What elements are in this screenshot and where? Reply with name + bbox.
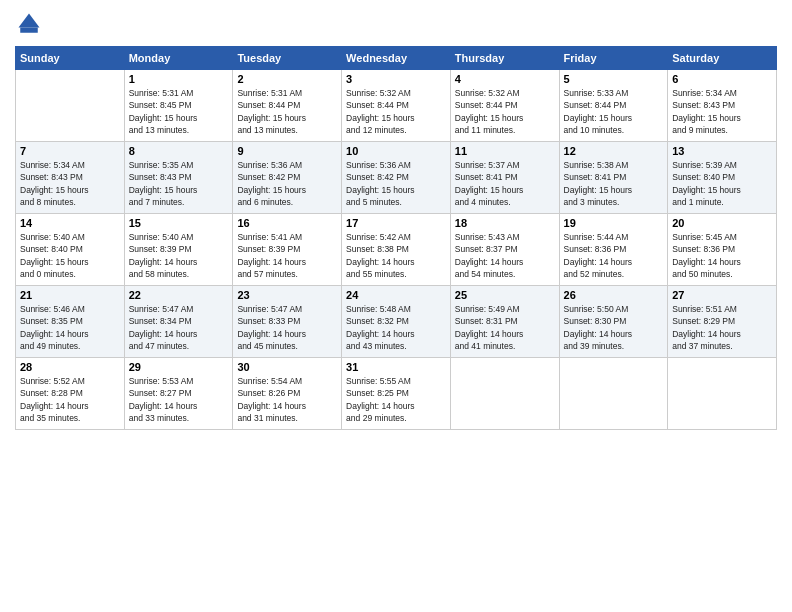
day-info: Sunrise: 5:38 AM Sunset: 8:41 PM Dayligh… — [564, 159, 664, 208]
svg-rect-1 — [20, 28, 38, 33]
calendar-cell: 11Sunrise: 5:37 AM Sunset: 8:41 PM Dayli… — [450, 142, 559, 214]
day-info: Sunrise: 5:40 AM Sunset: 8:39 PM Dayligh… — [129, 231, 229, 280]
day-info: Sunrise: 5:44 AM Sunset: 8:36 PM Dayligh… — [564, 231, 664, 280]
calendar-cell — [16, 70, 125, 142]
day-number: 13 — [672, 145, 772, 157]
calendar-cell: 28Sunrise: 5:52 AM Sunset: 8:28 PM Dayli… — [16, 358, 125, 430]
calendar-cell: 24Sunrise: 5:48 AM Sunset: 8:32 PM Dayli… — [342, 286, 451, 358]
day-info: Sunrise: 5:55 AM Sunset: 8:25 PM Dayligh… — [346, 375, 446, 424]
day-info: Sunrise: 5:52 AM Sunset: 8:28 PM Dayligh… — [20, 375, 120, 424]
day-number: 23 — [237, 289, 337, 301]
day-number: 28 — [20, 361, 120, 373]
calendar-header-row: SundayMondayTuesdayWednesdayThursdayFrid… — [16, 47, 777, 70]
day-info: Sunrise: 5:48 AM Sunset: 8:32 PM Dayligh… — [346, 303, 446, 352]
calendar-cell: 22Sunrise: 5:47 AM Sunset: 8:34 PM Dayli… — [124, 286, 233, 358]
day-info: Sunrise: 5:33 AM Sunset: 8:44 PM Dayligh… — [564, 87, 664, 136]
calendar-cell: 1Sunrise: 5:31 AM Sunset: 8:45 PM Daylig… — [124, 70, 233, 142]
calendar-week-row: 14Sunrise: 5:40 AM Sunset: 8:40 PM Dayli… — [16, 214, 777, 286]
day-number: 9 — [237, 145, 337, 157]
day-info: Sunrise: 5:37 AM Sunset: 8:41 PM Dayligh… — [455, 159, 555, 208]
day-number: 21 — [20, 289, 120, 301]
day-number: 10 — [346, 145, 446, 157]
calendar-cell: 21Sunrise: 5:46 AM Sunset: 8:35 PM Dayli… — [16, 286, 125, 358]
day-number: 30 — [237, 361, 337, 373]
day-info: Sunrise: 5:47 AM Sunset: 8:34 PM Dayligh… — [129, 303, 229, 352]
day-info: Sunrise: 5:32 AM Sunset: 8:44 PM Dayligh… — [455, 87, 555, 136]
calendar-cell: 5Sunrise: 5:33 AM Sunset: 8:44 PM Daylig… — [559, 70, 668, 142]
day-info: Sunrise: 5:41 AM Sunset: 8:39 PM Dayligh… — [237, 231, 337, 280]
day-info: Sunrise: 5:32 AM Sunset: 8:44 PM Dayligh… — [346, 87, 446, 136]
day-number: 16 — [237, 217, 337, 229]
calendar-cell: 29Sunrise: 5:53 AM Sunset: 8:27 PM Dayli… — [124, 358, 233, 430]
calendar-cell — [559, 358, 668, 430]
day-info: Sunrise: 5:45 AM Sunset: 8:36 PM Dayligh… — [672, 231, 772, 280]
day-number: 31 — [346, 361, 446, 373]
day-info: Sunrise: 5:39 AM Sunset: 8:40 PM Dayligh… — [672, 159, 772, 208]
day-number: 2 — [237, 73, 337, 85]
calendar-cell: 9Sunrise: 5:36 AM Sunset: 8:42 PM Daylig… — [233, 142, 342, 214]
svg-marker-0 — [19, 14, 40, 28]
day-number: 26 — [564, 289, 664, 301]
calendar-cell: 31Sunrise: 5:55 AM Sunset: 8:25 PM Dayli… — [342, 358, 451, 430]
day-number: 29 — [129, 361, 229, 373]
calendar-table: SundayMondayTuesdayWednesdayThursdayFrid… — [15, 46, 777, 430]
day-info: Sunrise: 5:40 AM Sunset: 8:40 PM Dayligh… — [20, 231, 120, 280]
page: SundayMondayTuesdayWednesdayThursdayFrid… — [0, 0, 792, 612]
calendar-cell: 16Sunrise: 5:41 AM Sunset: 8:39 PM Dayli… — [233, 214, 342, 286]
day-number: 8 — [129, 145, 229, 157]
day-header-thursday: Thursday — [450, 47, 559, 70]
day-header-tuesday: Tuesday — [233, 47, 342, 70]
calendar-cell: 20Sunrise: 5:45 AM Sunset: 8:36 PM Dayli… — [668, 214, 777, 286]
calendar-cell: 23Sunrise: 5:47 AM Sunset: 8:33 PM Dayli… — [233, 286, 342, 358]
day-info: Sunrise: 5:46 AM Sunset: 8:35 PM Dayligh… — [20, 303, 120, 352]
calendar-cell: 10Sunrise: 5:36 AM Sunset: 8:42 PM Dayli… — [342, 142, 451, 214]
day-info: Sunrise: 5:31 AM Sunset: 8:45 PM Dayligh… — [129, 87, 229, 136]
day-number: 14 — [20, 217, 120, 229]
calendar-cell: 13Sunrise: 5:39 AM Sunset: 8:40 PM Dayli… — [668, 142, 777, 214]
day-number: 12 — [564, 145, 664, 157]
day-info: Sunrise: 5:36 AM Sunset: 8:42 PM Dayligh… — [346, 159, 446, 208]
day-number: 11 — [455, 145, 555, 157]
day-info: Sunrise: 5:31 AM Sunset: 8:44 PM Dayligh… — [237, 87, 337, 136]
calendar-week-row: 28Sunrise: 5:52 AM Sunset: 8:28 PM Dayli… — [16, 358, 777, 430]
day-header-sunday: Sunday — [16, 47, 125, 70]
day-info: Sunrise: 5:34 AM Sunset: 8:43 PM Dayligh… — [672, 87, 772, 136]
calendar-cell: 7Sunrise: 5:34 AM Sunset: 8:43 PM Daylig… — [16, 142, 125, 214]
day-info: Sunrise: 5:51 AM Sunset: 8:29 PM Dayligh… — [672, 303, 772, 352]
day-number: 1 — [129, 73, 229, 85]
calendar-cell — [450, 358, 559, 430]
day-number: 24 — [346, 289, 446, 301]
day-number: 7 — [20, 145, 120, 157]
day-info: Sunrise: 5:36 AM Sunset: 8:42 PM Dayligh… — [237, 159, 337, 208]
day-header-wednesday: Wednesday — [342, 47, 451, 70]
logo — [15, 10, 47, 38]
day-number: 5 — [564, 73, 664, 85]
calendar-week-row: 7Sunrise: 5:34 AM Sunset: 8:43 PM Daylig… — [16, 142, 777, 214]
day-number: 19 — [564, 217, 664, 229]
day-info: Sunrise: 5:54 AM Sunset: 8:26 PM Dayligh… — [237, 375, 337, 424]
day-info: Sunrise: 5:50 AM Sunset: 8:30 PM Dayligh… — [564, 303, 664, 352]
calendar-cell: 26Sunrise: 5:50 AM Sunset: 8:30 PM Dayli… — [559, 286, 668, 358]
day-info: Sunrise: 5:35 AM Sunset: 8:43 PM Dayligh… — [129, 159, 229, 208]
day-number: 20 — [672, 217, 772, 229]
day-number: 27 — [672, 289, 772, 301]
day-number: 25 — [455, 289, 555, 301]
day-number: 6 — [672, 73, 772, 85]
calendar-cell: 30Sunrise: 5:54 AM Sunset: 8:26 PM Dayli… — [233, 358, 342, 430]
day-header-saturday: Saturday — [668, 47, 777, 70]
day-header-friday: Friday — [559, 47, 668, 70]
day-number: 4 — [455, 73, 555, 85]
calendar-cell: 27Sunrise: 5:51 AM Sunset: 8:29 PM Dayli… — [668, 286, 777, 358]
day-info: Sunrise: 5:43 AM Sunset: 8:37 PM Dayligh… — [455, 231, 555, 280]
day-info: Sunrise: 5:42 AM Sunset: 8:38 PM Dayligh… — [346, 231, 446, 280]
calendar-cell: 12Sunrise: 5:38 AM Sunset: 8:41 PM Dayli… — [559, 142, 668, 214]
calendar-cell: 15Sunrise: 5:40 AM Sunset: 8:39 PM Dayli… — [124, 214, 233, 286]
calendar-cell: 3Sunrise: 5:32 AM Sunset: 8:44 PM Daylig… — [342, 70, 451, 142]
logo-icon — [15, 10, 43, 38]
calendar-cell: 25Sunrise: 5:49 AM Sunset: 8:31 PM Dayli… — [450, 286, 559, 358]
calendar-cell: 18Sunrise: 5:43 AM Sunset: 8:37 PM Dayli… — [450, 214, 559, 286]
day-info: Sunrise: 5:49 AM Sunset: 8:31 PM Dayligh… — [455, 303, 555, 352]
calendar-cell: 2Sunrise: 5:31 AM Sunset: 8:44 PM Daylig… — [233, 70, 342, 142]
day-number: 17 — [346, 217, 446, 229]
calendar-cell: 14Sunrise: 5:40 AM Sunset: 8:40 PM Dayli… — [16, 214, 125, 286]
